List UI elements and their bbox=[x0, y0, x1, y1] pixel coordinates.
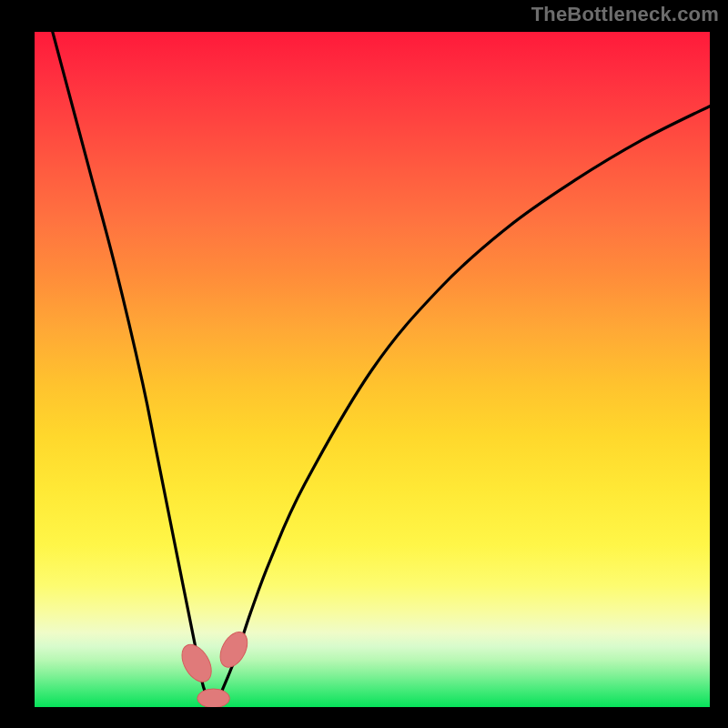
right-cluster-marker bbox=[215, 628, 253, 672]
curve-layer bbox=[35, 32, 710, 707]
bottleneck-curve bbox=[35, 32, 710, 703]
valley-marker bbox=[197, 689, 230, 707]
attribution-text: TheBottleneck.com bbox=[531, 3, 719, 26]
chart-frame: TheBottleneck.com bbox=[0, 0, 728, 728]
plot-area bbox=[35, 32, 710, 707]
marker-layer bbox=[176, 628, 252, 707]
left-cluster-marker bbox=[176, 640, 217, 687]
